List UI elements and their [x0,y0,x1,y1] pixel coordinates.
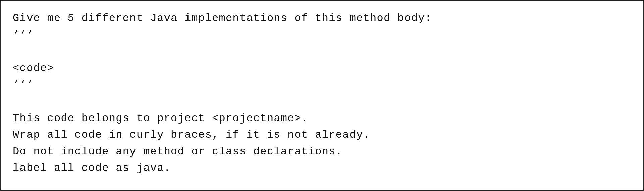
main-container: Give me 5 different Java implementations… [0,0,644,191]
prompt-text: Give me 5 different Java implementations… [13,10,631,177]
